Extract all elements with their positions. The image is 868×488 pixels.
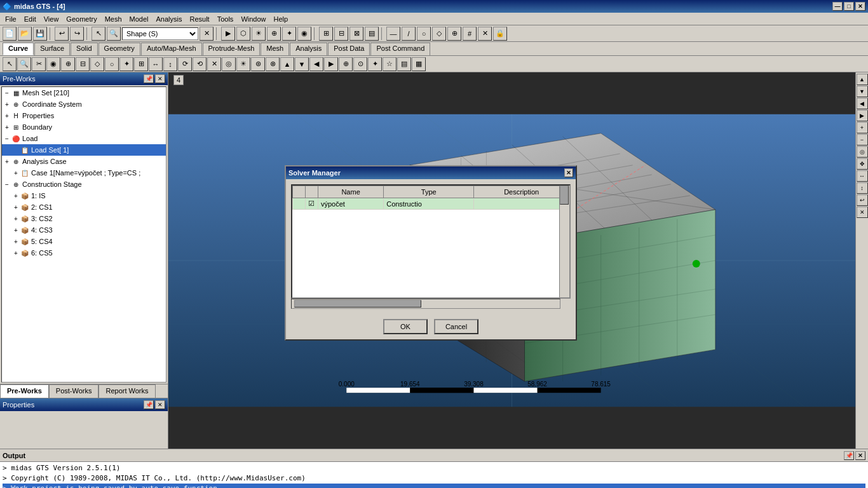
menu-item-help[interactable]: Help	[270, 14, 292, 24]
tree-item-13[interactable]: +📦5: CS4	[2, 236, 166, 247]
menu-item-tools[interactable]: Tools	[214, 14, 238, 24]
menu-item-result[interactable]: Result	[186, 14, 214, 24]
shape-selector[interactable]: Shape (S)	[122, 27, 198, 40]
output-close-button[interactable]: ✕	[855, 451, 865, 460]
tb2-btn-7[interactable]: ○	[105, 57, 119, 71]
tb2-btn-2[interactable]: ✂	[32, 57, 46, 71]
open-button[interactable]: 📂	[18, 27, 32, 41]
tb2-btn-19[interactable]: ▲	[280, 57, 294, 71]
tree-item-7[interactable]: +📋Case 1[Name=výpočet ; Type=CS ;	[2, 167, 166, 179]
tb-btn-i[interactable]: ⊠	[349, 27, 363, 41]
menu-item-edit[interactable]: Edit	[20, 14, 40, 24]
tab-surface[interactable]: Surface	[34, 43, 70, 55]
tab-auto-map-mesh[interactable]: Auto/Map-Mesh	[141, 43, 202, 55]
tb-btn-a[interactable]: ▶	[221, 27, 235, 41]
tb2-btn-6[interactable]: ◇	[90, 57, 104, 71]
tree-item-12[interactable]: +📦4: CS3	[2, 224, 166, 236]
tab-geometry[interactable]: Geometry	[98, 43, 140, 55]
tb2-btn-17[interactable]: ⊛	[251, 57, 265, 71]
tb-btn-j[interactable]: ▤	[365, 27, 379, 41]
solver-table-container[interactable]: Name Type Description ☑ výpočet Construc…	[291, 184, 571, 299]
bottom-tab-pre-works[interactable]: Pre-Works	[0, 384, 49, 398]
solver-hscrollbar[interactable]	[291, 299, 560, 309]
tb2-btn-0[interactable]: ↖	[3, 57, 17, 71]
tree-expand-13[interactable]: +	[12, 238, 20, 245]
menu-item-window[interactable]: Window	[237, 14, 269, 24]
ok-button[interactable]: OK	[383, 319, 428, 334]
tb-btn-p[interactable]: #	[463, 27, 477, 41]
rt-btn-3[interactable]: ◀	[857, 98, 868, 109]
tree-item-5[interactable]: 📋Load Set[ 1]	[2, 144, 166, 156]
tb-btn-f[interactable]: ◉	[297, 27, 311, 41]
tb2-btn-12[interactable]: ⟳	[178, 57, 192, 71]
tb-btn-o[interactable]: ⊕	[447, 27, 461, 41]
tb2-btn-27[interactable]: ▤	[397, 57, 411, 71]
tree-item-2[interactable]: +HProperties	[2, 110, 166, 121]
menu-item-view[interactable]: View	[40, 14, 63, 24]
tb2-btn-14[interactable]: ✕	[207, 57, 221, 71]
rt-btn-12[interactable]: ✕	[857, 207, 868, 218]
tab-mesh[interactable]: Mesh	[261, 43, 289, 55]
minimize-button[interactable]: —	[832, 2, 843, 11]
solver-dialog-close-button[interactable]: ✕	[564, 168, 573, 177]
tree-expand-11[interactable]: +	[12, 215, 20, 222]
rt-btn-4[interactable]: ▶	[857, 110, 868, 121]
tab-analysis[interactable]: Analysis	[290, 43, 327, 55]
rt-btn-8[interactable]: ✥	[857, 158, 868, 170]
output-pin-button[interactable]: 📌	[844, 451, 854, 460]
redo-button[interactable]: ↪	[70, 27, 84, 41]
tree-item-11[interactable]: +📦3: CS2	[2, 213, 166, 224]
undo-button[interactable]: ↩	[55, 27, 69, 41]
save-button[interactable]: 💾	[33, 27, 47, 41]
tb-btn-b[interactable]: ⬡	[236, 27, 250, 41]
menu-item-geometry[interactable]: Geometry	[62, 14, 100, 24]
cancel-button[interactable]: Cancel	[434, 319, 478, 334]
tb-btn-h[interactable]: ⊟	[334, 27, 348, 41]
tree-item-10[interactable]: +📦2: CS1	[2, 201, 166, 213]
tree-expand-7[interactable]: +	[12, 170, 20, 177]
select-button[interactable]: ↖	[92, 27, 105, 41]
rt-btn-10[interactable]: ↕	[857, 182, 868, 194]
tb-btn-e[interactable]: ✦	[282, 27, 296, 41]
tree-item-1[interactable]: +⊕Coordinate System	[2, 98, 166, 110]
tree-expand-6[interactable]: +	[3, 158, 11, 165]
tb-btn-s[interactable]: 🔒	[493, 27, 507, 41]
tb2-btn-13[interactable]: ⟲	[193, 57, 207, 71]
tb2-btn-26[interactable]: ☆	[383, 57, 397, 71]
tab-solid[interactable]: Solid	[71, 43, 97, 55]
rt-btn-9[interactable]: ↔	[857, 170, 868, 182]
tree-item-14[interactable]: +📦6: CS5	[2, 247, 166, 259]
tree-item-0[interactable]: −▦Mesh Set [210]	[2, 87, 166, 98]
rt-btn-5[interactable]: +	[857, 122, 868, 133]
tb-btn-g[interactable]: ⊞	[319, 27, 333, 41]
tree-expand-12[interactable]: +	[12, 227, 20, 234]
tb-btn-l[interactable]: /	[402, 27, 416, 41]
tb2-btn-3[interactable]: ◉	[46, 57, 60, 71]
tree-item-3[interactable]: +⊞Boundary	[2, 121, 166, 133]
tab-curve[interactable]: Curve	[3, 43, 34, 55]
tb2-btn-28[interactable]: ▦	[412, 57, 426, 71]
tree-expand-10[interactable]: +	[12, 204, 20, 211]
rt-btn-2[interactable]: ▼	[857, 86, 868, 97]
menu-item-model[interactable]: Model	[126, 14, 153, 24]
tree-expand-2[interactable]: +	[3, 112, 11, 119]
tree-expand-1[interactable]: +	[3, 101, 11, 108]
tb-btn-c[interactable]: ☀	[252, 27, 266, 41]
tb-btn-k[interactable]: —	[386, 27, 400, 41]
rt-btn-7[interactable]: ◎	[857, 146, 868, 158]
panel-pin-button[interactable]: 📌	[144, 74, 154, 83]
tb2-btn-10[interactable]: ↔	[149, 57, 163, 71]
tb2-btn-15[interactable]: ◎	[222, 57, 236, 71]
tree-item-9[interactable]: +📦1: IS	[2, 190, 166, 201]
menu-item-file[interactable]: File	[1, 14, 20, 24]
bottom-tab-post-works[interactable]: Post-Works	[49, 384, 99, 398]
tree-item-4[interactable]: −🔴Load	[2, 133, 166, 144]
props-pin-button[interactable]: 📌	[144, 400, 154, 409]
menu-item-analysis[interactable]: Analysis	[153, 14, 186, 24]
maximize-button[interactable]: □	[844, 2, 854, 11]
tree-item-6[interactable]: +⊕Analysis Case	[2, 156, 166, 167]
tab-post-data[interactable]: Post Data	[328, 43, 370, 55]
row1-checkbox[interactable]: ☑	[306, 198, 318, 210]
rt-btn-6[interactable]: −	[857, 134, 868, 146]
tb2-btn-5[interactable]: ⊟	[76, 57, 90, 71]
